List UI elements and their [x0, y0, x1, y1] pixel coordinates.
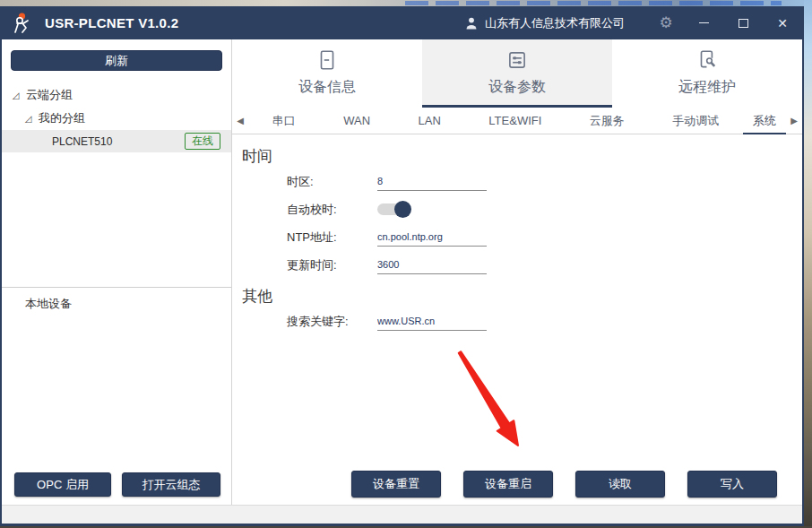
- desktop-background-top: [0, 0, 812, 6]
- usr-logo-icon: [11, 11, 38, 36]
- maximize-icon: [739, 19, 748, 28]
- refresh-button[interactable]: 刷新: [11, 50, 222, 71]
- subtab-manual-debug[interactable]: 手动调试: [649, 108, 743, 134]
- tab-label: 设备参数: [488, 78, 546, 97]
- subtab-scroll-right-icon[interactable]: ▶: [786, 116, 802, 126]
- search-keyword-label: 搜索关键字:: [287, 314, 377, 330]
- timezone-label: 时区:: [287, 174, 377, 190]
- subtab-system[interactable]: 系统: [743, 108, 786, 134]
- tab-device-info[interactable]: 设备信息: [232, 39, 422, 108]
- device-reboot-button[interactable]: 设备重启: [463, 471, 553, 498]
- close-button[interactable]: ✕: [763, 6, 802, 39]
- read-button[interactable]: 读取: [575, 471, 665, 498]
- sidebar: 刷新 ◿ 云端分组 ◿ 我的分组 PLCNET510 在线: [2, 39, 232, 505]
- write-button[interactable]: 写入: [687, 471, 777, 498]
- form-row-search-keyword: 搜索关键字:: [242, 307, 802, 335]
- status-bar: [2, 505, 802, 524]
- system-settings-form: 时间 时区: 自动校时: NTP地址: 更新时间:: [232, 146, 802, 335]
- tree-node-cloud-group[interactable]: ◿ 云端分组: [2, 83, 231, 107]
- opc-enable-button[interactable]: OPC 启用: [14, 472, 111, 497]
- online-status-badge: 在线: [185, 133, 220, 150]
- auto-sync-toggle[interactable]: [377, 203, 410, 215]
- update-interval-input[interactable]: [377, 256, 487, 274]
- desktop-background-right: [804, 0, 812, 528]
- desktop-link-text-fragment: [405, 1, 782, 5]
- subtab-cloud-service[interactable]: 云服务: [566, 108, 648, 134]
- company-account: 山东有人信息技术有限公司: [464, 15, 625, 31]
- timezone-input[interactable]: [377, 173, 487, 191]
- device-name: PLCNET510: [52, 135, 112, 148]
- device-reset-button[interactable]: 设备重置: [351, 471, 441, 498]
- tree-node-my-group[interactable]: ◿ 我的分组: [2, 107, 231, 130]
- update-interval-label: 更新时间:: [287, 257, 377, 273]
- screen: USR-PLCNET V1.0.2 山东有人信息技术有限公司 ⚙ ✕ 刷新: [0, 0, 812, 528]
- form-row-auto-sync: 自动校时:: [242, 195, 802, 223]
- form-row-update-interval: 更新时间:: [242, 251, 802, 279]
- tree-node-label: 云端分组: [26, 87, 73, 103]
- tree-node-label: 我的分组: [39, 110, 85, 126]
- main-panel: 设备信息 设备参数: [232, 39, 802, 505]
- open-cloud-config-button[interactable]: 打开云组态: [122, 472, 220, 497]
- user-icon: [464, 16, 479, 30]
- close-icon: ✕: [777, 17, 788, 30]
- subtab-lte-wifi[interactable]: LTE&WIFI: [465, 108, 566, 134]
- maximize-button[interactable]: [723, 6, 763, 39]
- titlebar: USR-PLCNET V1.0.2 山东有人信息技术有限公司 ⚙ ✕: [2, 6, 802, 39]
- device-tree: ◿ 云端分组 ◿ 我的分组 PLCNET510 在线: [2, 83, 231, 152]
- settings-gear-icon[interactable]: ⚙: [648, 13, 684, 32]
- sliders-icon: [505, 48, 529, 72]
- toggle-knob: [394, 201, 411, 218]
- ntp-address-input[interactable]: [377, 229, 487, 247]
- subtab-bar: ◀ 串口 WAN LAN LTE&WIFI 云服务 手动调试 系统 ▶: [232, 108, 802, 134]
- subtab-scroll-left-icon[interactable]: ◀: [232, 116, 248, 126]
- tab-label: 设备信息: [298, 78, 356, 97]
- minimize-icon: [699, 22, 709, 23]
- document-icon: [315, 48, 339, 72]
- tree-expander-icon[interactable]: ◿: [23, 114, 33, 124]
- tree-expander-icon[interactable]: ◿: [11, 91, 21, 100]
- form-row-timezone: 时区:: [242, 168, 802, 195]
- tree-node-device-plcnet510[interactable]: PLCNET510 在线: [2, 130, 231, 152]
- section-title-time: 时间: [242, 146, 802, 168]
- subtab-wan[interactable]: WAN: [319, 108, 393, 134]
- ntp-address-label: NTP地址:: [287, 229, 377, 246]
- auto-sync-label: 自动校时:: [287, 202, 377, 218]
- local-devices-label: 本地设备: [2, 288, 231, 312]
- form-row-ntp: NTP地址:: [242, 223, 802, 251]
- main-tabs: 设备信息 设备参数: [232, 39, 802, 108]
- tab-device-params[interactable]: 设备参数: [422, 39, 612, 108]
- tab-label: 远程维护: [678, 78, 736, 97]
- subtab-serial[interactable]: 串口: [248, 108, 319, 134]
- subtab-lan[interactable]: LAN: [394, 108, 465, 134]
- app-window: USR-PLCNET V1.0.2 山东有人信息技术有限公司 ⚙ ✕ 刷新: [0, 6, 804, 526]
- section-title-other: 其他: [242, 286, 802, 307]
- app-title: USR-PLCNET V1.0.2: [45, 15, 178, 30]
- minimize-button[interactable]: [684, 6, 723, 39]
- tab-remote-maintenance[interactable]: 远程维护: [612, 39, 802, 108]
- action-button-row: 设备重置 设备重启 读取 写入: [351, 471, 777, 498]
- company-name: 山东有人信息技术有限公司: [485, 15, 625, 31]
- search-keyword-input[interactable]: [377, 313, 487, 331]
- wrench-page-icon: [695, 48, 719, 72]
